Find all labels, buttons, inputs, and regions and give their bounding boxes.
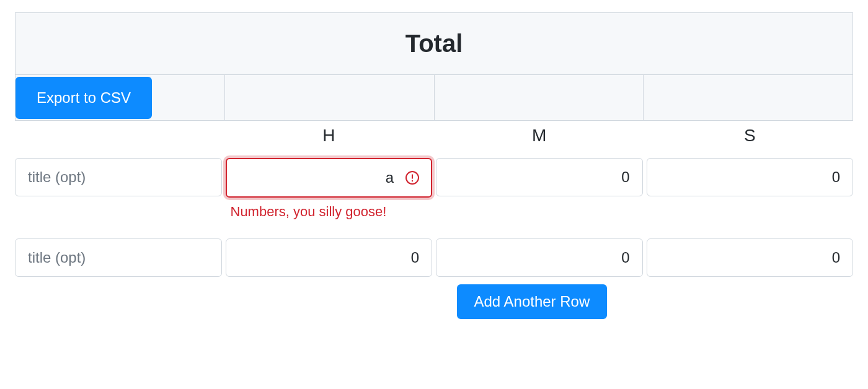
minutes-input[interactable] [436, 158, 643, 196]
title-input[interactable] [15, 238, 222, 277]
error-message: Numbers, you silly goose! [226, 204, 433, 220]
export-csv-button[interactable]: Export to CSV [16, 77, 152, 119]
total-s-cell [644, 75, 853, 121]
minutes-input[interactable] [436, 238, 643, 277]
page-title: Total [16, 13, 853, 75]
column-header-s: S [647, 126, 854, 146]
total-m-cell [434, 75, 644, 121]
title-input[interactable] [15, 158, 222, 196]
svg-point-2 [412, 180, 413, 181]
add-row-button[interactable]: Add Another Row [457, 284, 608, 319]
data-row [15, 238, 853, 277]
column-header-h: H [226, 126, 433, 146]
column-header-m: M [436, 126, 643, 146]
error-icon [405, 170, 420, 185]
seconds-input[interactable] [647, 238, 854, 277]
total-header-table: Total Export to CSV [15, 12, 853, 121]
hours-input[interactable] [226, 238, 433, 277]
column-headers-row: H M S [15, 126, 853, 146]
seconds-input[interactable] [647, 158, 854, 196]
total-h-cell [224, 75, 434, 121]
data-row: Numbers, you silly goose! [15, 158, 853, 220]
hours-input[interactable] [226, 158, 433, 198]
